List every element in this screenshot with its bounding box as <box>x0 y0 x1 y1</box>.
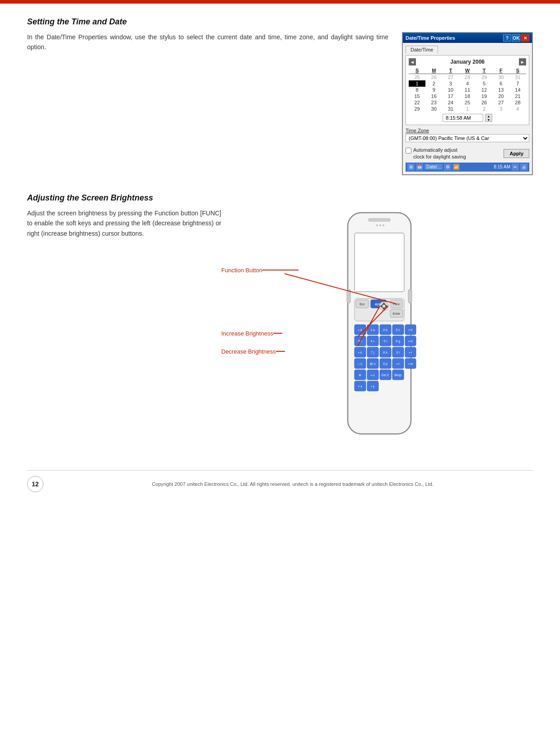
dst-row: Automatically adjust clock for daylight … <box>406 147 529 161</box>
calendar-grid: S M T W T F S <box>409 67 526 112</box>
dst-checkbox[interactable] <box>406 148 411 154</box>
cal-day[interactable]: 5 <box>476 80 493 87</box>
window-body: Date/Time ◄ January 2006 ► S <box>403 43 532 174</box>
cal-day[interactable]: 26 <box>425 74 442 81</box>
cal-day[interactable]: 10 <box>442 87 459 93</box>
cal-day[interactable]: 23 <box>425 99 442 106</box>
time-input[interactable] <box>443 114 483 122</box>
svg-text:2 b: 2 b <box>383 328 387 331</box>
section-brightness: Adjusting the Screen Brightness Adjust t… <box>27 193 533 443</box>
cal-day[interactable]: 16 <box>425 93 442 99</box>
datetime-tab[interactable]: Date/Time <box>406 46 438 54</box>
cal-day[interactable]: 7 <box>509 80 526 87</box>
dst-left: Automatically adjust clock for daylight … <box>406 147 466 161</box>
dst-text: Automatically adjust clock for daylight … <box>413 147 466 161</box>
top-bar <box>0 0 560 4</box>
decrease-brightness-line <box>276 351 285 352</box>
time-spinner[interactable]: ▲ ▼ <box>485 114 492 122</box>
cal-header-w: W <box>459 67 476 74</box>
svg-text:• d: • d <box>358 328 362 331</box>
printer-icon[interactable]: 🖨 <box>520 163 527 171</box>
cal-day[interactable]: 29 <box>409 106 425 112</box>
cal-day[interactable]: 30 <box>425 106 442 112</box>
dst-text1: Automatically adjust <box>413 147 466 154</box>
cal-day[interactable]: 25 <box>409 74 425 81</box>
cal-day[interactable]: 13 <box>493 87 509 93</box>
cal-day[interactable]: 30 <box>493 74 509 81</box>
function-button-label: Function Button <box>221 267 262 274</box>
help-button[interactable]: ? <box>503 34 511 42</box>
copyright-text: Copyright 2007 unitech Electronics Co., … <box>52 481 533 487</box>
cal-day[interactable]: 25 <box>459 99 476 106</box>
svg-text:• w: • w <box>408 362 413 365</box>
cal-day[interactable]: 2 <box>476 106 493 112</box>
time-up-btn[interactable]: ▲ <box>485 114 492 118</box>
close-button[interactable]: ✕ <box>521 34 529 42</box>
start-icon[interactable]: ⊞ <box>407 163 415 171</box>
svg-point-3 <box>376 224 378 226</box>
time-down-btn[interactable]: ▼ <box>485 118 492 121</box>
cal-day[interactable]: 1 <box>409 80 425 87</box>
cal-day[interactable]: 4 <box>509 106 526 112</box>
wifi-icon: 📶 <box>453 163 460 171</box>
cal-day[interactable]: 18 <box>459 93 476 99</box>
cal-day[interactable]: 4 <box>459 80 476 87</box>
cal-day[interactable]: 8 <box>409 87 425 93</box>
svg-text:3 c: 3 c <box>396 328 400 331</box>
phone-illustration: Esc alpha Func Enter <box>285 208 474 452</box>
svg-text:< x: < x <box>358 385 362 388</box>
cal-day[interactable]: 29 <box>476 74 493 81</box>
dst-text2: clock for daylight saving <box>413 154 466 160</box>
cal-day[interactable]: 20 <box>493 93 509 99</box>
time-row: ▲ ▼ <box>409 114 526 122</box>
svg-text:• h: • h <box>409 328 412 331</box>
ok-button[interactable]: OK <box>512 34 520 42</box>
cal-day[interactable]: 14 <box>509 87 526 93</box>
pen-icon[interactable]: ✏ <box>512 163 519 171</box>
cal-day[interactable]: 22 <box>409 99 425 106</box>
svg-text:• r: • r <box>409 351 412 354</box>
cal-day[interactable]: 15 <box>409 93 425 99</box>
cal-day[interactable]: 2 <box>425 80 442 87</box>
cal-day[interactable]: 11 <box>459 87 476 93</box>
svg-text:8 k: 8 k <box>383 351 387 354</box>
svg-text:Del Z: Del Z <box>382 373 389 377</box>
cal-day[interactable]: 3 <box>493 106 509 112</box>
svg-point-5 <box>383 224 384 226</box>
cal-nav: ◄ January 2006 ► <box>409 58 526 65</box>
cal-day[interactable]: 12 <box>476 87 493 93</box>
cal-week-row: 891011121314 <box>409 87 526 93</box>
window-titlebar: Date/Time Properties ? OK ✕ <box>403 33 532 43</box>
settings-icon[interactable]: ⚙ <box>444 163 451 171</box>
svg-text:5 l: 5 l <box>383 340 387 343</box>
prev-month-button[interactable]: ◄ <box>409 58 416 65</box>
cal-day[interactable]: 27 <box>493 99 509 106</box>
next-month-button[interactable]: ► <box>519 58 526 65</box>
cal-day[interactable]: 28 <box>459 74 476 81</box>
cal-day[interactable]: 3 <box>442 80 459 87</box>
cal-day[interactable]: 31 <box>509 74 526 81</box>
apply-button[interactable]: Apply <box>504 149 529 158</box>
cal-day[interactable]: 1 <box>459 106 476 112</box>
svg-text:@ o: @ o <box>370 362 376 365</box>
calendar-icon[interactable]: 📅 <box>416 163 423 171</box>
cal-day[interactable]: 24 <box>442 99 459 106</box>
cal-header-t1: T <box>442 67 459 74</box>
cal-day[interactable]: 26 <box>476 99 493 106</box>
increase-brightness-label: Increase Brightness <box>221 330 273 337</box>
cal-day[interactable]: 21 <box>509 93 526 99</box>
svg-text:Bksp: Bksp <box>394 373 401 377</box>
cal-day[interactable]: 28 <box>509 99 526 106</box>
taskbar-date-label[interactable]: Date/... <box>425 164 443 170</box>
cal-header-m: M <box>425 67 442 74</box>
increase-brightness-label-row: Increase Brightness <box>221 330 282 337</box>
timezone-select[interactable]: (GMT-08:00) Pacific Time (US & Car <box>406 134 529 142</box>
section-datetime: Setting the Time and Date In the Date/Ti… <box>27 17 533 175</box>
cal-day[interactable]: 27 <box>442 74 459 81</box>
svg-text:⊕: ⊕ <box>359 373 361 377</box>
cal-day[interactable]: 19 <box>476 93 493 99</box>
cal-day[interactable]: 31 <box>442 106 459 112</box>
cal-day[interactable]: 17 <box>442 93 459 99</box>
cal-day[interactable]: 6 <box>493 80 509 87</box>
cal-day[interactable]: 9 <box>425 87 442 93</box>
